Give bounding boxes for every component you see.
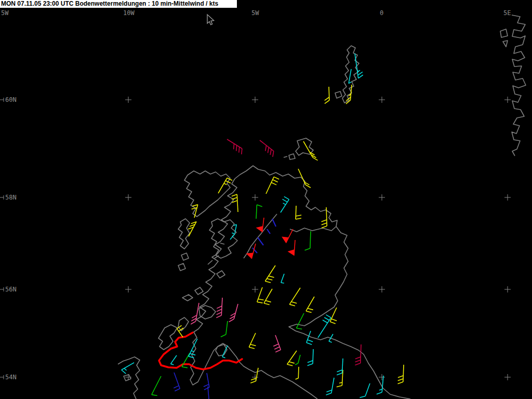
- wind-barb: [152, 376, 161, 396]
- wind-barb: [230, 233, 235, 240]
- wind-barb: [265, 265, 275, 283]
- wind-barb: [308, 349, 313, 366]
- wind-barb: [360, 383, 370, 397]
- cursor-layer: [207, 15, 214, 25]
- coastline: [118, 357, 140, 399]
- coastline: [208, 260, 212, 264]
- wind-barb: [325, 87, 329, 103]
- wind-barb: [281, 196, 289, 212]
- wind-barb: [260, 140, 274, 157]
- coastline: [217, 271, 225, 278]
- coastline: [209, 219, 237, 258]
- coastline: [181, 253, 189, 260]
- wind-barb: [249, 333, 256, 349]
- wind-barb: [287, 351, 297, 366]
- grid-cross: [504, 374, 511, 380]
- edge-tick: [0, 375, 4, 379]
- wind-barb: [296, 313, 304, 329]
- coastline: [512, 15, 526, 156]
- wind-barb: [282, 229, 293, 243]
- edge-tick: [0, 195, 4, 200]
- coastline: [178, 263, 185, 271]
- wind-barb: [122, 363, 134, 374]
- wind-barb: [221, 321, 228, 337]
- grid-labels: 5W10W5W05E60N58N56N54N: [1, 9, 511, 381]
- edge-tick: [0, 287, 4, 291]
- wind-barb: [222, 345, 228, 358]
- mouse-cursor-icon[interactable]: [207, 15, 214, 25]
- wind-barb: [295, 355, 300, 365]
- wind-barb: [287, 240, 295, 256]
- coastline-layer: [118, 15, 526, 399]
- wind-barb: [398, 365, 404, 384]
- wind-barb: [256, 205, 262, 219]
- grid-cross: [379, 97, 385, 103]
- coastline: [178, 317, 189, 331]
- wind-barb: [266, 177, 279, 194]
- latitude-label: 56N: [5, 286, 17, 293]
- longitude-label: 5W: [1, 9, 9, 17]
- loch-segment: [272, 219, 276, 227]
- longitude-label: 5E: [503, 9, 511, 17]
- coastline: [184, 171, 230, 217]
- longitude-label: 0: [380, 9, 383, 17]
- title-bar: MON 07.11.05 23:00 UTC Bodenwettermeldun…: [0, 0, 237, 8]
- loch-segment: [267, 229, 270, 234]
- coastline: [289, 154, 295, 159]
- grid-cross: [252, 194, 258, 201]
- wind-barb: [218, 178, 232, 193]
- wind-barb: [191, 303, 199, 324]
- coastline: [178, 219, 190, 249]
- loch-segment: [258, 237, 263, 245]
- coastline: [503, 41, 508, 47]
- weather-map: 5W10W5W05E60N58N56N54N: [0, 0, 532, 399]
- coastline: [195, 287, 203, 295]
- coastline: [190, 179, 317, 399]
- wind-barb: [298, 169, 311, 188]
- wind-barb: [177, 325, 183, 337]
- wind-barb: [289, 288, 300, 306]
- wind-barb: [216, 298, 222, 318]
- grid-cross: [379, 374, 385, 380]
- wind-barb: [264, 289, 272, 305]
- coastline: [500, 29, 508, 37]
- coastline: [284, 156, 287, 157]
- grid-cross: [504, 286, 511, 292]
- coastline: [335, 91, 342, 98]
- longitude-label: 5W: [251, 9, 259, 17]
- grid-cross: [504, 97, 511, 103]
- coastline: [244, 214, 277, 258]
- wind-barb: [355, 344, 361, 365]
- grid-cross: [504, 194, 511, 201]
- wind-barb: [229, 304, 238, 322]
- edge-tick: [0, 98, 4, 102]
- wind-barb: [296, 206, 301, 219]
- wind-barb: [281, 274, 284, 283]
- longitude-label: 10W: [123, 9, 135, 17]
- coastline: [158, 325, 177, 350]
- wind-barb-layer: [122, 54, 404, 399]
- grid-cross: [379, 286, 385, 292]
- wind-barb: [257, 287, 264, 303]
- latitude-label: 54N: [5, 374, 17, 381]
- wind-barb: [306, 297, 314, 313]
- wind-barb: [250, 368, 258, 383]
- grid-cross: [252, 286, 258, 292]
- wind-barb: [227, 139, 242, 154]
- wind-barb: [337, 358, 343, 375]
- wind-barb: [273, 335, 281, 352]
- grid-cross: [125, 286, 131, 292]
- wind-barb: [349, 69, 351, 84]
- loch-layer: [252, 219, 276, 253]
- wind-barb: [318, 315, 331, 338]
- wind-barb: [174, 373, 180, 391]
- map-title: MON 07.11.05 23:00 UTC Bodenwettermeldun…: [1, 0, 218, 7]
- wind-barb: [296, 367, 299, 379]
- wind-barb: [232, 194, 238, 212]
- wind-barb: [171, 355, 177, 365]
- coastline: [124, 375, 131, 381]
- wind-barb: [305, 231, 311, 250]
- latitude-label: 58N: [5, 194, 17, 201]
- coastline: [182, 295, 193, 301]
- weather-app-window: 5W10W5W05E60N58N56N54N MON 07.11.05 23:0…: [0, 0, 532, 399]
